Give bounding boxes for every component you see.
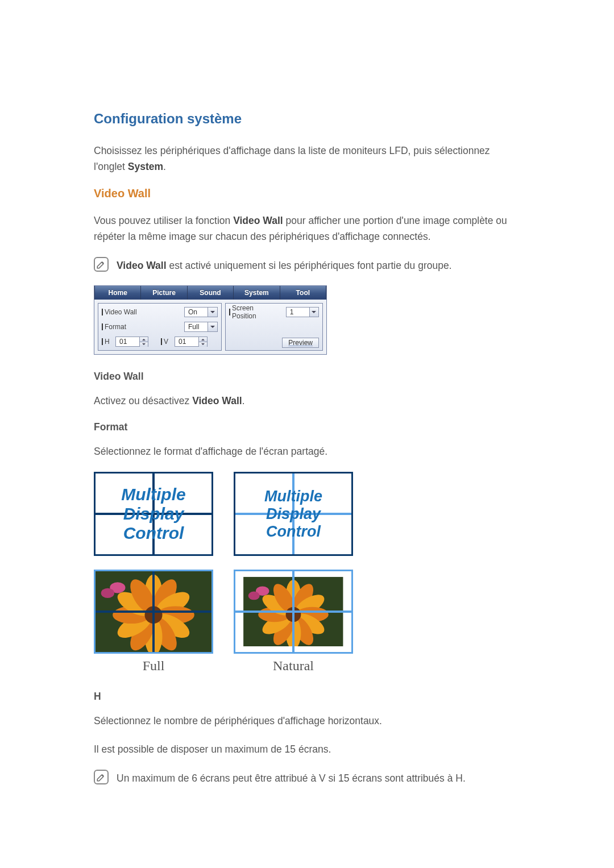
h-value: 01 <box>116 338 139 346</box>
label-video-wall: Video Wall <box>102 308 137 316</box>
chevron-down-icon <box>208 322 217 331</box>
panel-body: Video Wall On Format Full H <box>94 300 326 354</box>
note-video-wall-group: Video Wall est activé uniquement si les … <box>94 257 523 273</box>
mdc-line-3: Control <box>123 524 184 543</box>
mdc-line-1: Multiple <box>121 485 185 504</box>
note-text: Un maximum de 6 écrans peut être attribu… <box>117 770 466 786</box>
mdc-line-2: Display <box>266 505 321 523</box>
format-select[interactable]: Full <box>184 322 218 332</box>
note-icon <box>94 770 109 784</box>
h-desc: Sélectionnez le nombre de périphériques … <box>94 713 523 729</box>
video-wall-value: On <box>185 308 208 316</box>
format-value: Full <box>185 323 208 331</box>
note-h-v-constraint: Un maximum de 6 écrans peut être attribu… <box>94 770 523 786</box>
screen-position-select[interactable]: 1 <box>286 307 319 317</box>
h-spinner[interactable]: 01 <box>115 337 148 347</box>
label-v: V <box>161 338 171 346</box>
screen-position-value: 1 <box>287 308 309 316</box>
tab-picture[interactable]: Picture <box>141 286 187 300</box>
vw-desc-bold: Video Wall <box>233 215 283 226</box>
tab-tool[interactable]: Tool <box>280 286 326 300</box>
note-bold: Video Wall <box>117 260 167 271</box>
v-value: 01 <box>175 338 198 346</box>
label-screen-position: Screen Position <box>229 304 279 320</box>
mdc-full-text: Multiple Display Control <box>96 474 211 554</box>
note-icon <box>94 257 109 272</box>
mdc-line-1: Multiple <box>264 488 322 505</box>
video-wall-heading: Video Wall <box>94 187 523 200</box>
field-title-video-wall: Video Wall <box>94 371 523 383</box>
pencil-note-icon <box>96 772 106 782</box>
video-wall-toggle-desc: Activez ou désactivez Video Wall. <box>94 393 523 409</box>
chevron-down-icon <box>309 308 318 317</box>
spinner-arrows-icon <box>198 337 207 346</box>
svg-point-32 <box>248 592 260 600</box>
tile-text-full: Multiple Display Control <box>94 472 213 556</box>
label-h-text: H <box>105 338 110 346</box>
svg-point-16 <box>101 588 114 598</box>
row-video-wall: Video Wall On <box>102 306 218 318</box>
pencil-note-icon <box>96 259 106 269</box>
format-labels-row: Full Natural <box>94 658 523 674</box>
mdc-line-2: Display <box>123 504 184 524</box>
tile-image-full <box>94 570 213 654</box>
tab-home[interactable]: Home <box>94 286 141 300</box>
vw-toggle-pre: Activez ou désactivez <box>94 395 192 406</box>
vw-desc-pre: Vous pouvez utiliser la fonction <box>94 215 233 226</box>
control-panel: Home Picture Sound System Tool Video Wal… <box>94 285 327 355</box>
intro-text-bold: System <box>128 161 163 172</box>
panel-tabs: Home Picture Sound System Tool <box>94 286 326 300</box>
vw-toggle-post: . <box>242 395 245 406</box>
chevron-down-icon <box>208 308 217 317</box>
tab-system[interactable]: System <box>234 286 280 300</box>
grid-line-icon <box>235 610 351 613</box>
video-wall-select[interactable]: On <box>184 307 218 317</box>
label-h: H <box>102 338 112 346</box>
label-video-wall-text: Video Wall <box>105 308 137 316</box>
intro-paragraph: Choisissez les périphériques d'affichage… <box>94 143 523 175</box>
row-screen-position: Screen Position 1 <box>229 306 319 318</box>
h-max: Il est possible de disposer un maximum d… <box>94 741 523 757</box>
field-title-h: H <box>94 691 523 703</box>
row-h-v: H 01 V 01 <box>102 335 218 348</box>
field-title-format: Format <box>94 421 523 433</box>
intro-text-post: . <box>163 161 166 172</box>
grid-line-icon <box>96 610 211 613</box>
panel-left-group: Video Wall On Format Full H <box>98 303 222 351</box>
page-title: Configuration système <box>94 111 523 127</box>
vw-toggle-bold: Video Wall <box>192 395 242 406</box>
spinner-arrows-icon <box>139 337 148 346</box>
label-v-text: V <box>164 338 168 346</box>
label-format-text: Format <box>105 323 126 331</box>
note-rest: est activé uniquement si les périphériqu… <box>167 260 452 271</box>
format-desc: Sélectionnez le format d'affichage de l'… <box>94 443 523 459</box>
v-spinner[interactable]: 01 <box>175 337 208 347</box>
preview-button[interactable]: Preview <box>282 338 319 348</box>
mdc-line-3: Control <box>266 522 321 540</box>
label-format: Format <box>102 323 126 331</box>
document-page: Configuration système Choisissez les pér… <box>0 0 614 868</box>
label-full: Full <box>94 658 213 674</box>
mdc-natural-text: Multiple Display Control <box>241 477 346 550</box>
panel-right-group: Screen Position 1 Preview <box>225 303 323 351</box>
label-natural: Natural <box>234 658 353 674</box>
note-text: Video Wall est activé uniquement si les … <box>117 257 452 273</box>
tile-text-natural: Multiple Display Control <box>234 472 353 556</box>
video-wall-desc: Vous pouvez utiliser la fonction Video W… <box>94 213 523 244</box>
row-format: Format Full <box>102 321 218 333</box>
format-illustration: Multiple Display Control Multiple Displa… <box>94 472 523 654</box>
label-screen-position-text: Screen Position <box>232 304 279 320</box>
tab-sound[interactable]: Sound <box>188 286 234 300</box>
tile-image-natural <box>234 570 353 654</box>
